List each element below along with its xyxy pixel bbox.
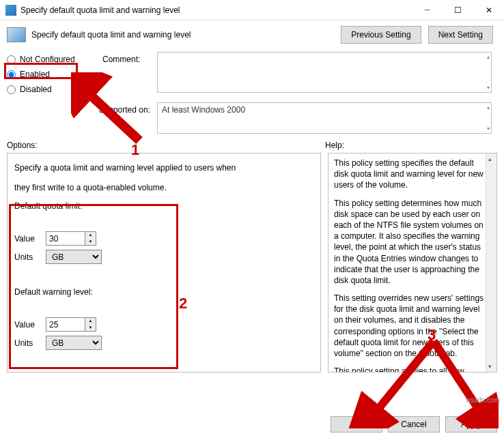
minimize-button[interactable] <box>412 0 443 20</box>
annotation-number-2: 2 <box>179 295 187 312</box>
help-p4: This policy setting applies to all new u… <box>334 366 484 373</box>
radio-disabled-input[interactable] <box>7 85 16 94</box>
help-p3: This setting overrides new users' settin… <box>334 293 484 359</box>
default-quota-limit-label: Default quota limit: <box>14 201 313 211</box>
radio-not-configured-input[interactable] <box>7 55 16 64</box>
supported-on-value: At least Windows 2000 <box>162 105 245 115</box>
state-radio-group: Not Configured Enabled Disabled <box>7 52 102 97</box>
help-p1: This policy setting specifies the defaul… <box>334 158 484 191</box>
radio-disabled[interactable]: Disabled <box>7 82 102 97</box>
titlebar: Specify default quota limit and warning … <box>0 0 504 20</box>
comment-label: Comment: <box>102 52 157 64</box>
quota-units-select[interactable]: GB <box>46 250 102 264</box>
header-row: Specify default quota limit and warning … <box>0 20 504 49</box>
spinner-down-icon[interactable]: ▼ <box>85 239 96 246</box>
scroll-up-icon[interactable]: ▴ <box>487 104 490 111</box>
scroll-down-icon[interactable]: ▾ <box>487 85 490 91</box>
comment-textarea[interactable]: ▴ ▾ <box>157 52 492 93</box>
annotation-number-1: 1 <box>131 141 139 159</box>
options-desc-2: they first write to a quota-enabled volu… <box>14 181 313 194</box>
quota-value-spinner[interactable]: ▲▼ <box>46 231 96 246</box>
warning-units-label: Units <box>14 338 39 348</box>
ok-button[interactable]: OK <box>331 416 382 433</box>
radio-disabled-label: Disabled <box>20 85 52 94</box>
scroll-down-icon[interactable]: ▾ <box>487 126 490 132</box>
cancel-button[interactable]: Cancel <box>388 416 440 433</box>
previous-setting-button[interactable]: Previous Setting <box>341 26 421 44</box>
warning-value-spinner[interactable]: ▲▼ <box>46 317 96 332</box>
radio-enabled[interactable]: Enabled <box>7 67 102 82</box>
next-setting-button[interactable]: Next Setting <box>428 26 493 44</box>
options-heading: Options: <box>7 141 325 150</box>
quota-value-input[interactable] <box>46 232 85 245</box>
radio-not-configured-label: Not Configured <box>20 55 75 64</box>
help-panel: This policy setting specifies the defaul… <box>328 153 497 373</box>
close-button[interactable] <box>473 0 504 20</box>
help-p2: This policy setting determines how much … <box>334 198 484 287</box>
maximize-button[interactable] <box>443 0 473 20</box>
quota-units-label: Units <box>14 252 39 262</box>
supported-on-label: Supported on: <box>7 102 157 115</box>
help-scrollbar[interactable] <box>486 154 496 372</box>
options-desc-1: Specify a quota limit and warning level … <box>14 162 313 175</box>
spinner-up-icon[interactable]: ▲ <box>85 318 96 325</box>
dialog-footer: OK Cancel Apply <box>331 416 497 433</box>
help-heading: Help: <box>325 141 497 150</box>
spinner-up-icon[interactable]: ▲ <box>85 232 96 239</box>
default-warning-level-label: Default warning level: <box>14 287 313 297</box>
options-panel: Specify a quota limit and warning level … <box>7 153 321 373</box>
quota-value-label: Value <box>14 234 39 244</box>
app-icon <box>5 5 16 16</box>
window-title: Specify default quota limit and warning … <box>20 5 412 15</box>
apply-button[interactable]: Apply <box>445 416 497 433</box>
annotation-number-3: 3 <box>428 326 436 344</box>
scroll-up-icon[interactable]: ▴ <box>487 54 490 60</box>
spinner-down-icon[interactable]: ▼ <box>85 325 96 332</box>
warning-units-select[interactable]: GB <box>46 336 102 350</box>
watermark: wsxdn.com <box>466 396 500 404</box>
policy-icon <box>7 27 26 42</box>
radio-enabled-label: Enabled <box>20 70 50 79</box>
radio-enabled-input[interactable] <box>7 70 16 79</box>
warning-value-input[interactable] <box>46 318 85 331</box>
supported-on-textarea: At least Windows 2000 ▴ ▾ <box>157 102 492 134</box>
radio-not-configured[interactable]: Not Configured <box>7 52 102 67</box>
policy-subtitle: Specify default quota limit and warning … <box>31 30 335 40</box>
warning-value-label: Value <box>14 320 39 330</box>
